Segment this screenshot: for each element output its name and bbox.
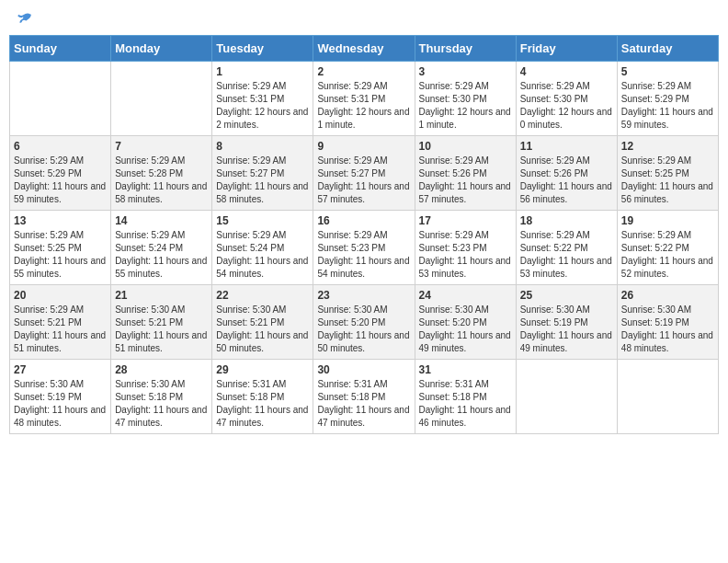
- day-number: 14: [115, 214, 208, 227]
- day-info: Sunrise: 5:29 AM Sunset: 5:22 PM Dayligh…: [621, 229, 714, 281]
- day-info: Sunrise: 5:31 AM Sunset: 5:18 PM Dayligh…: [216, 378, 309, 430]
- day-info: Sunrise: 5:30 AM Sunset: 5:21 PM Dayligh…: [115, 304, 208, 355]
- day-number: 22: [216, 289, 309, 302]
- page-header: [9, 9, 719, 28]
- day-number: 21: [115, 289, 208, 302]
- day-info: Sunrise: 5:30 AM Sunset: 5:18 PM Dayligh…: [115, 378, 208, 430]
- day-header-thursday: Thursday: [415, 36, 516, 62]
- day-number: 15: [216, 214, 309, 227]
- day-number: 10: [419, 140, 512, 153]
- day-info: Sunrise: 5:29 AM Sunset: 5:30 PM Dayligh…: [520, 80, 613, 132]
- calendar-cell: [111, 62, 212, 136]
- day-info: Sunrise: 5:29 AM Sunset: 5:26 PM Dayligh…: [419, 155, 512, 206]
- day-number: 12: [621, 140, 714, 153]
- day-number: 13: [14, 214, 107, 227]
- day-header-sunday: Sunday: [10, 36, 111, 62]
- day-info: Sunrise: 5:29 AM Sunset: 5:22 PM Dayligh…: [520, 229, 613, 281]
- day-number: 11: [520, 140, 613, 153]
- calendar-cell: 29Sunrise: 5:31 AM Sunset: 5:18 PM Dayli…: [212, 360, 313, 434]
- day-info: Sunrise: 5:30 AM Sunset: 5:20 PM Dayligh…: [419, 304, 512, 355]
- day-number: 19: [621, 214, 714, 227]
- day-info: Sunrise: 5:31 AM Sunset: 5:18 PM Dayligh…: [419, 378, 512, 430]
- day-number: 6: [14, 140, 107, 153]
- calendar-cell: 5Sunrise: 5:29 AM Sunset: 5:29 PM Daylig…: [617, 62, 718, 136]
- day-info: Sunrise: 5:30 AM Sunset: 5:21 PM Dayligh…: [216, 304, 309, 355]
- calendar-cell: 9Sunrise: 5:29 AM Sunset: 5:27 PM Daylig…: [313, 136, 415, 211]
- day-number: 31: [419, 363, 512, 376]
- calendar-table: SundayMondayTuesdayWednesdayThursdayFrid…: [9, 35, 719, 434]
- calendar-week-3: 13Sunrise: 5:29 AM Sunset: 5:25 PM Dayli…: [10, 211, 719, 285]
- day-number: 7: [115, 140, 208, 153]
- calendar-cell: 10Sunrise: 5:29 AM Sunset: 5:26 PM Dayli…: [415, 136, 516, 211]
- calendar-header: SundayMondayTuesdayWednesdayThursdayFrid…: [10, 36, 719, 62]
- calendar-cell: 16Sunrise: 5:29 AM Sunset: 5:23 PM Dayli…: [313, 211, 415, 285]
- day-header-wednesday: Wednesday: [313, 36, 415, 62]
- calendar-cell: 30Sunrise: 5:31 AM Sunset: 5:18 PM Dayli…: [313, 360, 415, 434]
- day-info: Sunrise: 5:29 AM Sunset: 5:29 PM Dayligh…: [621, 80, 714, 132]
- day-info: Sunrise: 5:31 AM Sunset: 5:18 PM Dayligh…: [317, 378, 410, 430]
- day-number: 16: [317, 214, 410, 227]
- calendar-cell: 20Sunrise: 5:29 AM Sunset: 5:21 PM Dayli…: [10, 285, 111, 360]
- calendar-cell: 7Sunrise: 5:29 AM Sunset: 5:28 PM Daylig…: [111, 136, 212, 211]
- day-number: 25: [520, 289, 613, 302]
- calendar-cell: 12Sunrise: 5:29 AM Sunset: 5:25 PM Dayli…: [617, 136, 718, 211]
- calendar-cell: 24Sunrise: 5:30 AM Sunset: 5:20 PM Dayli…: [415, 285, 516, 360]
- day-number: 2: [317, 65, 410, 78]
- day-info: Sunrise: 5:29 AM Sunset: 5:27 PM Dayligh…: [317, 155, 410, 206]
- calendar-cell: 8Sunrise: 5:29 AM Sunset: 5:27 PM Daylig…: [212, 136, 313, 211]
- day-number: 3: [419, 65, 512, 78]
- day-info: Sunrise: 5:29 AM Sunset: 5:23 PM Dayligh…: [317, 229, 410, 281]
- calendar-cell: 2Sunrise: 5:29 AM Sunset: 5:31 PM Daylig…: [313, 62, 415, 136]
- day-info: Sunrise: 5:29 AM Sunset: 5:30 PM Dayligh…: [419, 80, 512, 132]
- day-number: 17: [419, 214, 512, 227]
- calendar-cell: 31Sunrise: 5:31 AM Sunset: 5:18 PM Dayli…: [415, 360, 516, 434]
- day-info: Sunrise: 5:29 AM Sunset: 5:23 PM Dayligh…: [419, 229, 512, 281]
- calendar-cell: 25Sunrise: 5:30 AM Sunset: 5:19 PM Dayli…: [516, 285, 617, 360]
- day-number: 20: [14, 289, 107, 302]
- day-number: 4: [520, 65, 613, 78]
- day-info: Sunrise: 5:29 AM Sunset: 5:27 PM Dayligh…: [216, 155, 309, 206]
- day-number: 5: [621, 65, 714, 78]
- day-number: 23: [317, 289, 410, 302]
- day-info: Sunrise: 5:29 AM Sunset: 5:25 PM Dayligh…: [621, 155, 714, 206]
- day-info: Sunrise: 5:29 AM Sunset: 5:28 PM Dayligh…: [115, 155, 208, 206]
- calendar-cell: 22Sunrise: 5:30 AM Sunset: 5:21 PM Dayli…: [212, 285, 313, 360]
- calendar-cell: 15Sunrise: 5:29 AM Sunset: 5:24 PM Dayli…: [212, 211, 313, 285]
- day-number: 30: [317, 363, 410, 376]
- day-info: Sunrise: 5:29 AM Sunset: 5:31 PM Dayligh…: [317, 80, 410, 132]
- calendar-cell: [10, 62, 111, 136]
- logo: [13, 9, 33, 28]
- calendar-cell: 18Sunrise: 5:29 AM Sunset: 5:22 PM Dayli…: [516, 211, 617, 285]
- calendar-cell: 21Sunrise: 5:30 AM Sunset: 5:21 PM Dayli…: [111, 285, 212, 360]
- calendar-cell: 26Sunrise: 5:30 AM Sunset: 5:19 PM Dayli…: [617, 285, 718, 360]
- day-info: Sunrise: 5:29 AM Sunset: 5:31 PM Dayligh…: [216, 80, 309, 132]
- day-number: 9: [317, 140, 410, 153]
- day-number: 27: [14, 363, 107, 376]
- day-info: Sunrise: 5:29 AM Sunset: 5:24 PM Dayligh…: [216, 229, 309, 281]
- calendar-cell: 13Sunrise: 5:29 AM Sunset: 5:25 PM Dayli…: [10, 211, 111, 285]
- day-header-monday: Monday: [111, 36, 212, 62]
- day-number: 8: [216, 140, 309, 153]
- day-number: 26: [621, 289, 714, 302]
- calendar-week-1: 1Sunrise: 5:29 AM Sunset: 5:31 PM Daylig…: [10, 62, 719, 136]
- calendar-week-4: 20Sunrise: 5:29 AM Sunset: 5:21 PM Dayli…: [10, 285, 719, 360]
- calendar-week-2: 6Sunrise: 5:29 AM Sunset: 5:29 PM Daylig…: [10, 136, 719, 211]
- calendar-cell: 23Sunrise: 5:30 AM Sunset: 5:20 PM Dayli…: [313, 285, 415, 360]
- day-info: Sunrise: 5:30 AM Sunset: 5:19 PM Dayligh…: [621, 304, 714, 355]
- day-info: Sunrise: 5:29 AM Sunset: 5:25 PM Dayligh…: [14, 229, 107, 281]
- day-header-friday: Friday: [516, 36, 617, 62]
- day-info: Sunrise: 5:30 AM Sunset: 5:19 PM Dayligh…: [520, 304, 613, 355]
- logo-bird-icon: [15, 9, 33, 28]
- calendar-cell: 11Sunrise: 5:29 AM Sunset: 5:26 PM Dayli…: [516, 136, 617, 211]
- day-header-tuesday: Tuesday: [212, 36, 313, 62]
- calendar-body: 1Sunrise: 5:29 AM Sunset: 5:31 PM Daylig…: [10, 62, 719, 434]
- calendar-cell: 28Sunrise: 5:30 AM Sunset: 5:18 PM Dayli…: [111, 360, 212, 434]
- calendar-week-5: 27Sunrise: 5:30 AM Sunset: 5:19 PM Dayli…: [10, 360, 719, 434]
- day-info: Sunrise: 5:30 AM Sunset: 5:19 PM Dayligh…: [14, 378, 107, 430]
- calendar-cell: 14Sunrise: 5:29 AM Sunset: 5:24 PM Dayli…: [111, 211, 212, 285]
- calendar-cell: 27Sunrise: 5:30 AM Sunset: 5:19 PM Dayli…: [10, 360, 111, 434]
- calendar-cell: 1Sunrise: 5:29 AM Sunset: 5:31 PM Daylig…: [212, 62, 313, 136]
- day-header-saturday: Saturday: [617, 36, 718, 62]
- day-info: Sunrise: 5:29 AM Sunset: 5:24 PM Dayligh…: [115, 229, 208, 281]
- calendar-cell: [617, 360, 718, 434]
